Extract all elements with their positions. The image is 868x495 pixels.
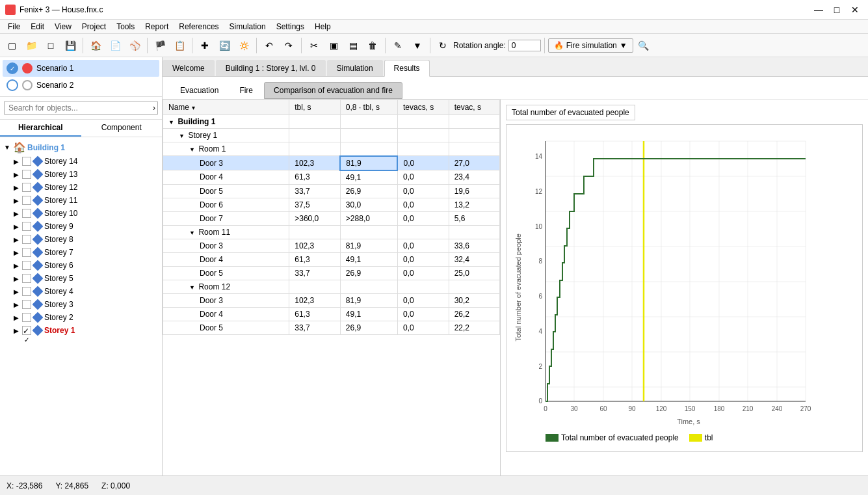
table-row[interactable]: Door 533,726,90,019,6 (163, 184, 500, 198)
tb-btn-paste[interactable]: ▤ (344, 36, 362, 55)
tree-storey-check-11[interactable] (22, 300, 31, 309)
tree-storey-7[interactable]: Storey 7 (0, 246, 162, 259)
tab-welcome[interactable]: Welcome (163, 60, 215, 76)
tree-storey-12[interactable]: Storey 2 (0, 311, 162, 324)
tree-storey-check-5[interactable] (22, 222, 31, 231)
tb-btn-11[interactable]: 🔄 (215, 36, 233, 55)
search-input[interactable] (4, 101, 158, 115)
undo-button[interactable]: ↶ (260, 36, 278, 55)
fire-simulation-button[interactable]: 🔥 Fire simulation ▼ (548, 38, 633, 53)
tb-btn-12[interactable]: 🔅 (235, 36, 253, 55)
tree-storey-arrow-0[interactable] (12, 158, 21, 165)
tab-hierarchical[interactable]: Hierarchical (0, 120, 81, 137)
tree-storey-arrow-11[interactable] (12, 301, 21, 308)
result-tab-evacuation[interactable]: Evacuation (170, 82, 228, 99)
tree-storey-arrow-7[interactable] (12, 249, 21, 256)
tree-storey-check-4[interactable] (22, 209, 31, 218)
tree-storey-6[interactable]: Storey 8 (0, 233, 162, 246)
table-row[interactable]: Door 461,349,10,032,4 (163, 252, 500, 266)
table-row[interactable]: ▼ Room 12 (163, 280, 500, 293)
menu-edit[interactable]: Edit (25, 21, 49, 33)
open-button[interactable]: 📁 (22, 36, 40, 55)
expand-triangle-0[interactable]: ▼ (168, 119, 176, 126)
table-row[interactable]: Door 3102,381,90,033,6 (163, 239, 500, 252)
expand-triangle-12[interactable]: ▼ (189, 284, 196, 291)
tree-storey-arrow-6[interactable] (12, 236, 21, 243)
tb-btn-9[interactable]: 📋 (170, 36, 189, 55)
tree-storey-1[interactable]: Storey 13 (0, 168, 162, 181)
tree-storey-11[interactable]: Storey 3 (0, 298, 162, 311)
table-row[interactable]: Door 461,349,10,023,4 (163, 170, 500, 185)
tab-building[interactable]: Building 1 : Storey 1, lvl. 0 (216, 60, 326, 76)
redo-button[interactable]: ↷ (280, 36, 298, 55)
tb-btn-cut[interactable]: ✂ (305, 36, 323, 55)
result-tab-comparison[interactable]: Comparison of evacuation and fire (264, 82, 402, 99)
tree-storey-arrow-8[interactable] (12, 262, 21, 269)
minimize-button[interactable]: — (811, 3, 826, 17)
tb-btn-7[interactable]: ⚾ (125, 36, 144, 55)
tb-btn-copy[interactable]: ▣ (324, 36, 343, 55)
tree-storey-arrow-1[interactable] (12, 171, 21, 178)
tb-btn-del[interactable]: 🗑 (363, 36, 382, 55)
tree-storey-arrow-3[interactable] (12, 197, 21, 204)
table-row[interactable]: Door 533,726,90,022,2 (163, 321, 500, 334)
tree-storey-check-6[interactable] (22, 235, 31, 244)
tree-storey-check-8[interactable] (22, 261, 31, 270)
menu-report[interactable]: Report (140, 21, 174, 33)
table-row[interactable]: ▼ Room 1 (163, 142, 500, 156)
tree-storey-arrow-12[interactable] (12, 314, 21, 321)
expand-triangle-1[interactable]: ▼ (179, 133, 186, 139)
table-row[interactable]: Door 3102,381,90,027,0 (163, 156, 500, 170)
tb-btn-last[interactable]: 🔍 (635, 36, 653, 55)
menu-settings[interactable]: Settings (271, 21, 309, 33)
expand-triangle-2[interactable]: ▼ (189, 146, 196, 153)
tree-storey-check-7[interactable] (22, 248, 31, 257)
scenario-2-item[interactable]: Scenario 2 (3, 77, 159, 94)
tree-storey-check-1[interactable] (22, 170, 31, 179)
tab-component[interactable]: Component (81, 120, 163, 137)
tree-storey-2[interactable]: Storey 12 (0, 181, 162, 194)
menu-project[interactable]: Project (77, 21, 111, 33)
tree-storey-arrow-13[interactable] (12, 327, 21, 334)
tree-storey-check-13[interactable]: ✓ (22, 326, 31, 335)
table-row[interactable]: ▼ Building 1 (163, 115, 500, 129)
tree-storey-check-12[interactable] (22, 313, 31, 322)
menu-file[interactable]: File (3, 21, 25, 33)
tb-btn-6[interactable]: 📄 (106, 36, 124, 55)
tab-simulation[interactable]: Simulation (327, 60, 383, 76)
tree-storey-check-0[interactable] (22, 157, 31, 166)
menu-help[interactable]: Help (309, 21, 336, 33)
close-button[interactable]: ✕ (847, 3, 863, 17)
tree-building-arrow[interactable] (3, 144, 12, 151)
table-row[interactable]: Door 3102,381,90,030,2 (163, 293, 500, 307)
tb-btn-chart[interactable]: ✎ (389, 36, 407, 55)
tb-btn-8[interactable]: 🏴 (151, 36, 169, 55)
tree-storey-check-3[interactable] (22, 196, 31, 205)
table-row[interactable]: Door 533,726,90,025,0 (163, 266, 500, 280)
menu-tools[interactable]: Tools (111, 21, 140, 33)
tree-storey-5[interactable]: Storey 9 (0, 220, 162, 233)
scenario-1-item[interactable]: ✓ Scenario 1 (3, 60, 159, 77)
tb-btn-10[interactable]: ✚ (196, 36, 214, 55)
tree-storey-10[interactable]: Storey 4 (0, 285, 162, 298)
tree-storey-check-2[interactable] (22, 183, 31, 192)
search-expand-button[interactable]: › (153, 103, 155, 113)
expand-triangle-8[interactable]: ▼ (189, 230, 196, 236)
close-button2[interactable]: □ (42, 36, 60, 55)
menu-view[interactable]: View (49, 21, 77, 33)
table-row[interactable]: Door 7>360,0>288,00,05,6 (163, 211, 500, 225)
tree-storey-arrow-2[interactable] (12, 184, 21, 191)
menu-references[interactable]: References (174, 21, 224, 33)
tab-results[interactable]: Results (384, 60, 430, 77)
menu-simulation[interactable]: Simulation (224, 21, 271, 33)
tree-storey-arrow-9[interactable] (12, 275, 21, 282)
tree-storey-4[interactable]: Storey 10 (0, 207, 162, 220)
tree-storey-check-9[interactable] (22, 274, 31, 283)
table-row[interactable]: Door 461,349,10,026,2 (163, 307, 500, 321)
tree-storey-arrow-10[interactable] (12, 288, 21, 295)
maximize-button[interactable]: □ (829, 3, 845, 17)
tree-storey-arrow-5[interactable] (12, 223, 21, 230)
tree-building-1[interactable]: 🏠 Building 1 (0, 140, 162, 155)
tree-storey-3[interactable]: Storey 11 (0, 194, 162, 207)
result-tab-fire[interactable]: Fire (230, 82, 263, 99)
